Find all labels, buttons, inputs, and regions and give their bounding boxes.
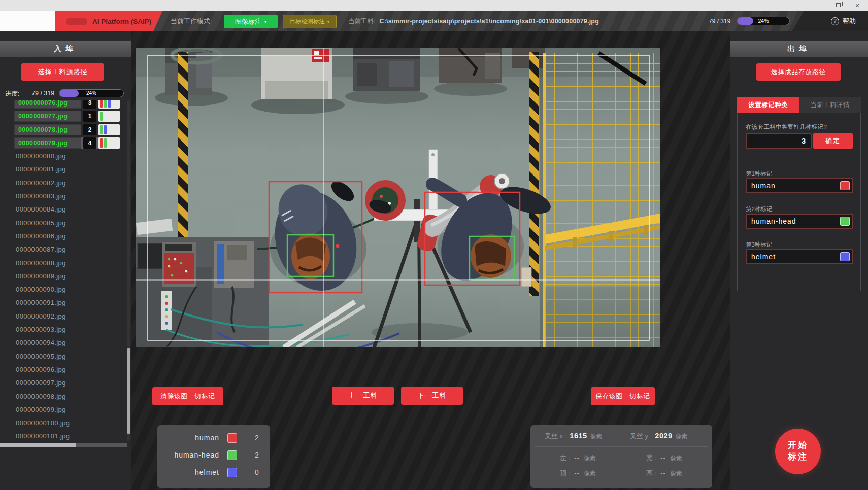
box-width-readout: 宽 :--像素 [646, 453, 682, 463]
label-color-bars [98, 137, 120, 149]
label-color-bar [104, 138, 107, 148]
mode-image-annotation-dropdown[interactable]: 图像标注 ▾ [224, 15, 278, 28]
label-name-input[interactable]: helmet [746, 249, 853, 264]
crosshair-x-readout: 叉丝 x :1615像素 [545, 432, 603, 441]
file-item[interactable]: 0000000083.jpg [14, 191, 120, 202]
legend-label: human [195, 434, 219, 442]
mode-object-detection-dropdown[interactable]: 目标检测标注 ▾ [283, 15, 337, 28]
label-color-swatch[interactable] [840, 181, 850, 190]
file-item[interactable]: 0000000093.jpg [14, 324, 120, 335]
file-item[interactable]: 00000000100.jpg [14, 417, 120, 429]
file-item-annotated[interactable]: 0000000079.jpg4 [14, 137, 120, 149]
file-item[interactable]: 0000000096.jpg [14, 364, 120, 375]
file-item[interactable]: 0000000081.jpg [14, 164, 120, 175]
label-color-bar [100, 112, 103, 121]
image-viewer[interactable] [136, 48, 660, 347]
file-item[interactable]: 0000000080.jpg [14, 151, 120, 162]
annotation-count-badge: 1 [83, 111, 96, 122]
app-header: AI Platform (SAIP) 当前工作模式: 图像标注 ▾ 目标检测标注… [0, 11, 868, 31]
choose-source-path-button[interactable]: 选择工料源路径 [21, 63, 104, 81]
file-item-annotated[interactable]: 0000000077.jpg1 [14, 111, 120, 122]
scrollbar-thumb[interactable] [127, 348, 130, 434]
file-list: 0000000076.jpg30000000077.jpg10000000078… [0, 100, 127, 441]
file-item[interactable]: 0000000089.jpg [14, 271, 120, 282]
file-item[interactable]: 0000000090.jpg [14, 284, 120, 295]
legend-row: human-head2 [157, 447, 270, 465]
minimize-icon[interactable]: – [812, 2, 821, 10]
tab-current-material-details[interactable]: 当前工料详情 [799, 97, 861, 113]
scrollbar-thumb[interactable] [0, 443, 76, 447]
help-button[interactable]: 帮助 [843, 17, 856, 26]
file-name: 0000000079.jpg [14, 137, 81, 149]
file-item[interactable]: 0000000095.jpg [14, 351, 120, 362]
help-area: ? 帮助 [792, 11, 868, 31]
label-name-input[interactable]: human-head [746, 214, 853, 229]
label-color-swatch[interactable] [840, 252, 850, 261]
work-mode-label: 当前工作模式: [171, 11, 212, 31]
file-item[interactable]: 0000000097.jpg [14, 377, 120, 389]
file-item[interactable]: 0000000084.jpg [14, 204, 120, 215]
coordinates-panel: 叉丝 x :1615像素 叉丝 y :2029像素 左 :--像素 宽 :--像… [530, 425, 712, 488]
file-list-scrollbar-vertical[interactable] [127, 100, 130, 441]
next-item-button[interactable]: 下一工料 [401, 387, 463, 405]
restore-icon[interactable] [836, 3, 841, 7]
close-icon[interactable]: × [853, 2, 862, 10]
label-color-bar [104, 125, 107, 134]
sidebar-progress: 进度: 79 / 319 24% [5, 89, 127, 98]
chevron-down-icon: ▾ [264, 19, 267, 24]
file-item[interactable]: 0000000091.jpg [14, 297, 120, 308]
file-item[interactable]: 0000000082.jpg [14, 178, 120, 189]
progress-percent: 24% [738, 17, 789, 25]
right-panel-export: 出埠 选择成品存放路径 设置标记种类当前工料详情 在该套工料中将要打几种标记? … [730, 31, 868, 490]
save-all-marks-button[interactable]: 保存该图一切标记 [591, 387, 655, 405]
safety-fence [540, 53, 660, 347]
legend-label: helmet [195, 468, 219, 476]
label-legend-panel: human2human-head2helmet0 [157, 425, 270, 488]
file-item[interactable]: 00000000101.jpg [14, 431, 120, 441]
logo-area [0, 11, 55, 31]
progress-percent: 24% [59, 90, 123, 97]
annotation-count-badge: 4 [83, 137, 96, 149]
file-item[interactable]: 0000000088.jpg [14, 258, 120, 269]
legend-color-swatch [227, 468, 237, 477]
label-name-input[interactable]: human [746, 178, 853, 193]
file-item[interactable]: 0000000099.jpg [14, 404, 120, 415]
hazard-pole-right [529, 52, 539, 296]
file-item-annotated[interactable]: 0000000078.jpg2 [14, 124, 120, 135]
label-settings-box: 在该套工料中将要打几种标记? 3 确定 第1种标记human第2种标记human… [737, 113, 861, 291]
divider [535, 446, 708, 447]
brand-logo-icon [66, 18, 87, 25]
mode-primary-label: 图像标注 [235, 17, 261, 26]
help-icon[interactable]: ? [831, 17, 839, 25]
box-top-readout: 顶 :--像素 [560, 469, 596, 478]
label-color-swatch[interactable] [840, 217, 850, 226]
previous-item-button[interactable]: 上一工料 [332, 387, 394, 405]
right-panel-tabs: 设置标记种类当前工料详情 [737, 97, 861, 113]
tab-set-label-types[interactable]: 设置标记种类 [737, 97, 799, 113]
export-panel-title: 出埠 [730, 41, 868, 57]
label-field-title: 第1种标记 [746, 170, 772, 178]
file-item-annotated[interactable]: 0000000076.jpg3 [14, 100, 120, 109]
label-count-input[interactable]: 3 [746, 133, 812, 149]
progress-label: 进度: [5, 90, 19, 98]
legend-count: 2 [255, 434, 259, 442]
label-color-bar [108, 100, 111, 108]
file-list-scrollbar-horizontal[interactable] [0, 443, 127, 447]
confirm-button[interactable]: 确定 [813, 133, 853, 149]
annotation-count-badge: 2 [83, 124, 96, 135]
file-item[interactable]: 0000000085.jpg [14, 218, 120, 229]
annotation-count-badge: 3 [83, 100, 96, 109]
file-item[interactable]: 0000000092.jpg [14, 311, 120, 322]
start-annotation-button[interactable]: 开始 标注 [775, 429, 821, 474]
file-item[interactable]: 0000000098.jpg [14, 391, 120, 402]
legend-color-swatch [227, 433, 237, 443]
clear-all-marks-button[interactable]: 清除该图一切标记 [152, 387, 223, 405]
wall-box [521, 267, 531, 287]
file-item[interactable]: 0000000094.jpg [14, 337, 120, 348]
label-count-question: 在该套工料中将要打几种标记? [746, 123, 827, 131]
choose-output-path-button[interactable]: 选择成品存放路径 [756, 63, 841, 81]
current-file-path: C:\simmir-projects\saip\projects\s1\inco… [379, 18, 599, 25]
file-item[interactable]: 0000000086.jpg [14, 231, 120, 242]
file-item[interactable]: 0000000087.jpg [14, 244, 120, 255]
current-file-line: 当前工料:C:\simmir-projects\saip\projects\s1… [348, 11, 599, 31]
